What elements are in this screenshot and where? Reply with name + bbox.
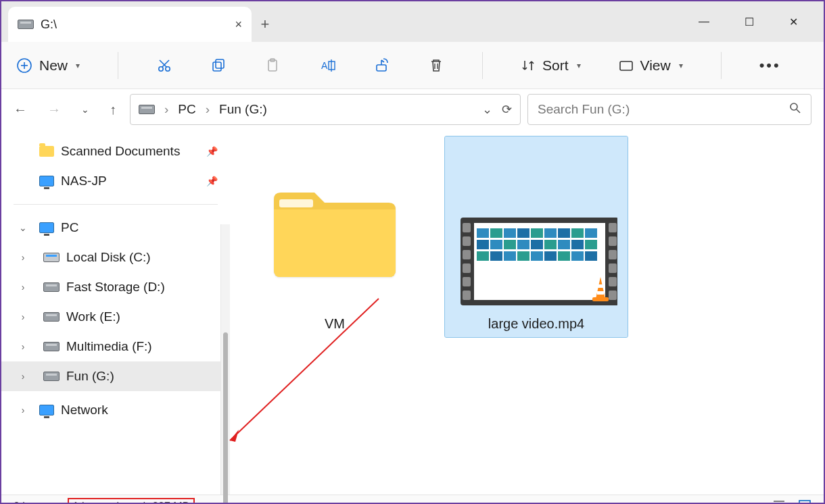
file-list[interactable]: VM — [230, 130, 824, 495]
sidebar-item-multi-f[interactable]: › Multimedia (F:) — [1, 332, 230, 361]
sidebar-item-network[interactable]: › Network — [1, 395, 230, 425]
maximize-button[interactable]: ☐ — [745, 16, 754, 28]
svg-rect-71 — [799, 501, 810, 505]
view-button[interactable]: View ▾ — [619, 57, 683, 74]
recent-button[interactable]: ⌄ — [81, 104, 89, 115]
svg-rect-46 — [504, 240, 516, 249]
status-selected: 1 item selected — [73, 501, 146, 505]
chevron-right-icon[interactable]: › — [18, 405, 28, 415]
view-details-button[interactable] — [772, 499, 786, 505]
search-placeholder: Search Fun (G:) — [538, 102, 630, 117]
svg-rect-38 — [517, 228, 529, 238]
sort-button[interactable]: Sort ▾ — [521, 57, 581, 74]
svg-rect-28 — [463, 291, 471, 300]
svg-rect-45 — [490, 240, 502, 249]
sidebar-item-work-e[interactable]: › Work (E:) — [1, 302, 230, 332]
svg-rect-56 — [517, 251, 529, 261]
crumb-pc[interactable]: PC — [178, 102, 195, 117]
trash-icon — [428, 57, 444, 74]
folder-vm[interactable]: VM — [243, 136, 426, 337]
up-button[interactable]: ↑ — [110, 102, 116, 118]
scissors-icon — [156, 57, 172, 74]
minimize-button[interactable]: — — [699, 16, 709, 28]
crumb-fun[interactable]: Fun (G:) — [219, 102, 267, 117]
svg-rect-53 — [477, 251, 489, 261]
sidebar-item-nas[interactable]: NAS-JP 📌 — [1, 166, 230, 196]
sidebar-item-local-c[interactable]: › Local Disk (C:) — [1, 243, 230, 272]
tab-title: G:\ — [41, 18, 57, 32]
monitor-icon — [39, 176, 54, 186]
sidebar-item-pc[interactable]: ⌄ PC — [1, 213, 230, 243]
search-box[interactable]: Search Fun (G:) — [527, 94, 811, 125]
share-button[interactable] — [374, 57, 390, 74]
share-icon — [374, 57, 390, 74]
view-icon — [619, 58, 634, 73]
drive-icon — [43, 312, 60, 322]
svg-rect-40 — [544, 228, 557, 238]
sidebar-item-fast-d[interactable]: › Fast Storage (D:) — [1, 272, 230, 302]
more-button[interactable]: ••• — [759, 57, 781, 74]
status-bar: 2 items 1 item selected 227 MB — [1, 495, 824, 504]
folder-icon — [39, 146, 54, 157]
pin-icon: 📌 — [206, 176, 218, 186]
scrollbar-thumb[interactable] — [223, 332, 228, 504]
svg-rect-48 — [531, 240, 543, 249]
chevron-right-icon[interactable]: › — [18, 311, 28, 322]
tab-current[interactable]: G:\ × — [8, 7, 252, 42]
cut-button[interactable] — [156, 57, 172, 74]
chevron-right-icon: › — [164, 102, 168, 117]
svg-rect-55 — [504, 251, 516, 261]
svg-rect-29 — [609, 223, 617, 232]
titlebar: G:\ × + — ☐ ✕ — [1, 1, 824, 42]
svg-rect-52 — [585, 240, 597, 249]
paste-button[interactable] — [264, 57, 281, 74]
sidebar-scrollbar[interactable] — [220, 224, 230, 495]
chevron-right-icon[interactable]: › — [18, 282, 28, 293]
delete-button[interactable] — [428, 57, 444, 74]
close-window-button[interactable]: ✕ — [789, 16, 798, 28]
drive-icon — [43, 342, 60, 351]
sidebar-item-scanned[interactable]: Scanned Documents 📌 — [1, 136, 230, 166]
new-button[interactable]: New ▾ — [16, 57, 80, 74]
chevron-right-icon[interactable]: › — [18, 371, 28, 382]
svg-rect-14 — [377, 65, 386, 71]
view-large-button[interactable] — [798, 499, 811, 505]
svg-rect-32 — [609, 263, 617, 273]
svg-rect-24 — [463, 236, 471, 246]
address-bar[interactable]: › PC › Fun (G:) ⌄ ⟳ — [130, 94, 521, 125]
status-size: 227 MB — [152, 501, 189, 505]
refresh-button[interactable]: ⟳ — [502, 102, 512, 117]
svg-rect-51 — [571, 240, 584, 249]
svg-rect-63 — [596, 284, 605, 288]
chevron-right-icon[interactable]: › — [18, 252, 28, 263]
svg-line-19 — [797, 109, 800, 113]
status-item-count: 2 items — [14, 501, 49, 505]
svg-rect-64 — [597, 291, 604, 295]
forward-button[interactable]: → — [47, 102, 61, 118]
rename-button[interactable]: A — [319, 57, 336, 74]
video-thumbnail-icon — [455, 142, 617, 311]
svg-rect-58 — [544, 251, 557, 261]
sidebar-item-fun-g[interactable]: › Fun (G:) — [1, 361, 230, 391]
drive-icon — [139, 105, 155, 114]
svg-rect-23 — [463, 223, 471, 232]
ellipsis-icon: ••• — [759, 57, 781, 74]
file-large-video[interactable]: large video.mp4 — [445, 136, 628, 337]
svg-rect-47 — [517, 240, 529, 249]
chevron-down-icon[interactable]: ⌄ — [18, 222, 28, 233]
svg-rect-49 — [544, 240, 557, 249]
content-area: Scanned Documents 📌 NAS-JP 📌 ⌄ PC › Loca… — [1, 130, 824, 495]
copy-icon — [210, 57, 227, 74]
svg-rect-42 — [571, 228, 584, 238]
tab-close-icon[interactable]: × — [235, 18, 242, 32]
annotation-highlight: 1 item selected 227 MB — [68, 498, 195, 505]
back-button[interactable]: ← — [14, 102, 27, 118]
svg-point-18 — [791, 103, 797, 110]
svg-rect-36 — [490, 228, 502, 238]
copy-button[interactable] — [210, 57, 227, 74]
new-tab-button[interactable]: + — [252, 7, 279, 42]
svg-rect-50 — [558, 240, 570, 249]
pc-icon — [39, 222, 54, 233]
dropdown-history-button[interactable]: ⌄ — [482, 102, 492, 117]
chevron-right-icon[interactable]: › — [18, 341, 28, 352]
